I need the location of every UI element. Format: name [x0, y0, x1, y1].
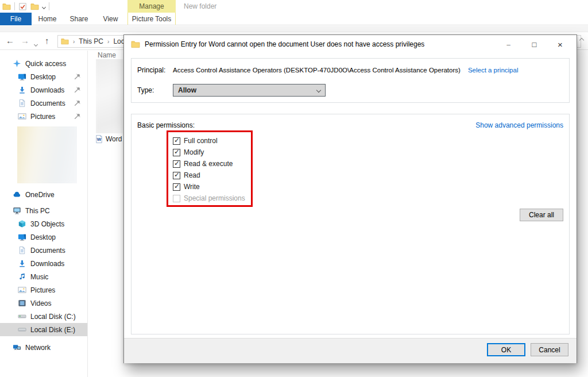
- tab-view[interactable]: View: [95, 13, 126, 25]
- sidebar-item-pictures[interactable]: Pictures: [0, 110, 87, 123]
- dialog-title: Permission Entry for Word cannot open th…: [145, 40, 424, 48]
- sidebar-item-label: Local Disk (E:): [30, 326, 75, 334]
- sidebar-item-label: Desktop: [30, 73, 56, 81]
- sidebar-item-label: Quick access: [25, 60, 66, 68]
- tab-share[interactable]: Share: [63, 13, 95, 25]
- sidebar-item-label: Music: [30, 273, 48, 281]
- permissions-groupbox: Basic permissions: Show advanced permiss…: [131, 114, 570, 334]
- sidebar-group-thispc: This PC3D ObjectsDesktopDocumentsDownloa…: [0, 204, 87, 336]
- sidebar-item-quick-access[interactable]: Quick access: [0, 57, 87, 70]
- sidebar-item-label: 3D Objects: [30, 220, 64, 228]
- blurred-file-thumbnail: [96, 59, 123, 133]
- breadcrumb-segment-this-pc[interactable]: This PC: [79, 37, 103, 45]
- principal-value: Access Control Assistance Operators (DES…: [173, 67, 461, 74]
- tab-file[interactable]: File: [0, 13, 32, 25]
- sidebar-item-label: Downloads: [30, 86, 64, 94]
- select-principal-link[interactable]: Select a principal: [468, 67, 519, 74]
- ribbon-contextual-group-picture-tools[interactable]: Picture Tools: [127, 13, 176, 25]
- sidebar-item-label: Downloads: [30, 260, 64, 268]
- pin-icon: [73, 72, 82, 81]
- sidebar-item-label: This PC: [25, 207, 50, 215]
- sidebar-item-documents[interactable]: Documents: [0, 97, 87, 110]
- folder-icon[interactable]: [30, 2, 39, 11]
- desktop-icon: [18, 233, 26, 241]
- pc-icon: [13, 206, 21, 215]
- explorer-titlebar: Manage New folder: [0, 0, 588, 13]
- sidebar-item-label: OneDrive: [25, 191, 55, 199]
- pane-divider[interactable]: [87, 51, 88, 377]
- sidebar-item-3d-objects[interactable]: 3D Objects: [0, 217, 87, 230]
- forward-icon[interactable]: →: [21, 35, 29, 47]
- chevron-down-icon[interactable]: [42, 2, 45, 10]
- maximize-icon[interactable]: □: [521, 35, 547, 53]
- permission-entry-dialog: Permission Entry for Word cannot open th…: [123, 34, 577, 363]
- sidebar-item-label: Local Disk (C:): [30, 313, 76, 321]
- svg-text:W: W: [97, 137, 102, 142]
- document-icon: [18, 246, 26, 255]
- sidebar-item-music[interactable]: Music: [0, 270, 87, 283]
- sidebar-item-local-disk-e[interactable]: Local Disk (E:): [0, 323, 87, 336]
- blurred-sidebar-thumbnail: [17, 126, 77, 183]
- basic-permissions-label: Basic permissions:: [137, 121, 195, 129]
- minimize-icon[interactable]: –: [496, 35, 521, 53]
- file-label: Word: [106, 135, 122, 143]
- picture-icon: [18, 286, 26, 294]
- sidebar-group-network: Network: [0, 341, 87, 354]
- picture-icon: [18, 112, 26, 121]
- sidebar-item-this-pc[interactable]: This PC: [0, 204, 87, 217]
- star-icon: [13, 59, 21, 68]
- column-header-name[interactable]: Name: [98, 51, 116, 59]
- principal-groupbox: Principal: Access Control Assistance Ope…: [131, 58, 570, 103]
- cube-icon: [18, 220, 26, 228]
- close-icon[interactable]: ×: [547, 35, 573, 53]
- desktop-icon: [18, 72, 26, 81]
- collapse-ribbon-icon[interactable]: [580, 36, 583, 44]
- window-title: New folder: [184, 2, 216, 10]
- sidebar-item-local-disk-c[interactable]: Local Disk (C:): [0, 310, 87, 323]
- up-icon[interactable]: ↑: [45, 35, 49, 47]
- network-icon: [13, 343, 21, 352]
- sidebar-item-documents[interactable]: Documents: [0, 244, 87, 257]
- document-icon: [18, 99, 26, 107]
- sidebar-item-network[interactable]: Network: [0, 341, 87, 354]
- file-row-word[interactable]: W Word: [95, 134, 122, 144]
- ribbon-collapsed-band: [0, 26, 588, 32]
- cancel-button[interactable]: Cancel: [531, 343, 568, 356]
- download-icon: [18, 259, 26, 268]
- sidebar-item-label: Pictures: [30, 286, 55, 294]
- word-doc-icon: W: [95, 134, 103, 144]
- sidebar-item-downloads[interactable]: Downloads: [0, 257, 87, 270]
- qat-separator: [49, 2, 49, 10]
- navigation-pane: Quick accessDesktopDownloadsDocumentsPic…: [0, 57, 87, 354]
- ribbon-contextual-tab-manage[interactable]: Manage: [127, 0, 176, 13]
- history-chevron-icon[interactable]: [34, 37, 37, 49]
- tab-home[interactable]: Home: [32, 13, 63, 25]
- sidebar-item-onedrive[interactable]: OneDrive: [0, 188, 87, 201]
- drive-icon: [18, 325, 26, 334]
- download-icon: [18, 86, 26, 94]
- red-highlight-annotation: [167, 130, 253, 207]
- drive-c-icon: [18, 312, 26, 321]
- sidebar-item-label: Pictures: [30, 113, 55, 121]
- pin-icon: [73, 86, 82, 94]
- cloud-icon: [13, 190, 21, 199]
- sidebar-item-label: Desktop: [30, 233, 56, 241]
- sidebar-item-label: Documents: [30, 247, 65, 255]
- type-dropdown[interactable]: Allow: [173, 84, 326, 97]
- sidebar-item-desktop[interactable]: Desktop: [0, 70, 87, 83]
- checkmark-doc-icon[interactable]: [18, 2, 27, 11]
- folder-icon: [131, 40, 140, 49]
- folder-icon[interactable]: [2, 2, 11, 11]
- sidebar-item-videos[interactable]: Videos: [0, 297, 87, 310]
- sidebar-item-pictures[interactable]: Pictures: [0, 283, 87, 297]
- sidebar-item-desktop[interactable]: Desktop: [0, 230, 87, 244]
- principal-label: Principal:: [137, 66, 173, 74]
- clear-all-button[interactable]: Clear all: [520, 209, 563, 221]
- chevron-down-icon: [316, 88, 321, 93]
- sidebar-item-label: Network: [25, 344, 51, 352]
- sidebar-group-onedrive: OneDrive: [0, 188, 87, 201]
- back-icon[interactable]: ←: [6, 35, 14, 47]
- show-advanced-permissions-link[interactable]: Show advanced permissions: [475, 121, 563, 129]
- ok-button[interactable]: OK: [487, 343, 525, 356]
- sidebar-item-downloads[interactable]: Downloads: [0, 83, 87, 97]
